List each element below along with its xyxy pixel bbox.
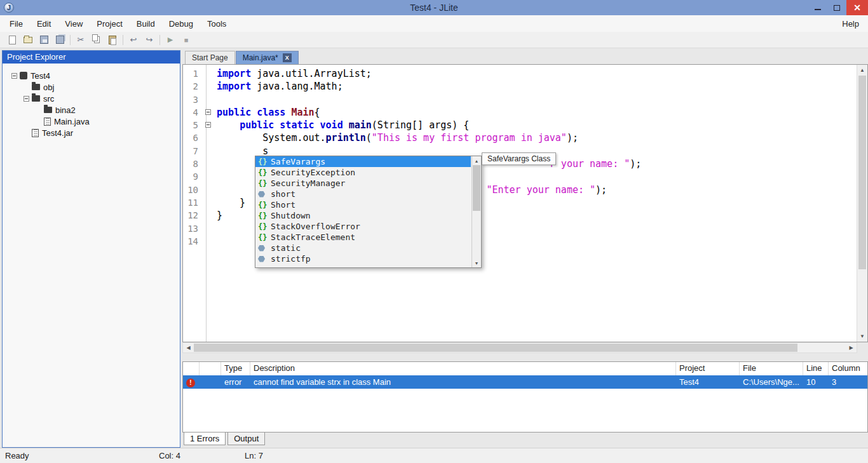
scroll-up-icon[interactable]: ▲ (857, 65, 867, 76)
bottom-tab-1-errors[interactable]: 1 Errors (184, 433, 226, 445)
toolbar-stop-button[interactable]: ■ (180, 34, 192, 46)
menu-item-file[interactable]: File (3, 17, 30, 31)
error-column-header-blank1[interactable] (200, 362, 221, 375)
error-column-header-column[interactable]: Column (829, 362, 865, 375)
autocomplete-item-short[interactable]: {}Short (255, 199, 471, 210)
toolbar-undo-button[interactable]: ↩ (128, 34, 139, 46)
fold-column (202, 145, 215, 158)
autocomplete-item-stacktraceelement[interactable]: {}StackTraceElement (255, 232, 471, 243)
line-number: 6 (183, 131, 202, 144)
menu-item-edit[interactable]: Edit (30, 17, 58, 31)
menu-item-project[interactable]: Project (90, 17, 129, 31)
error-column-header-type[interactable]: Type (221, 362, 250, 375)
code-text (215, 222, 217, 235)
class-icon: {} (258, 158, 268, 166)
toolbar-paste-button[interactable] (107, 34, 118, 46)
tree-item-main-java[interactable]: Main.java (3, 116, 180, 127)
tab-main-java[interactable]: Main.java*X (236, 51, 299, 64)
fold-collapse-icon[interactable] (205, 109, 211, 115)
fold-column (202, 209, 215, 222)
scroll-down-icon[interactable]: ▼ (857, 331, 867, 342)
error-column-header-line[interactable]: Line (803, 362, 829, 375)
error-icon-cell: ! (183, 376, 200, 389)
tree-item-label: obj (43, 83, 54, 92)
tree-item-test4[interactable]: Test4 (3, 70, 180, 81)
toolbar-run-button[interactable]: ▶ (165, 34, 176, 46)
editor-horizontal-scrollbar[interactable]: ◀ ▶ (182, 342, 857, 353)
scroll-left-icon[interactable]: ◀ (183, 343, 194, 352)
vertical-scroll-thumb[interactable] (858, 76, 866, 269)
menu-item-tools[interactable]: Tools (200, 17, 233, 31)
minimize-button[interactable] (808, 0, 827, 15)
tree-item-bina2[interactable]: bina2 (3, 104, 180, 116)
menu-item-build[interactable]: Build (130, 17, 162, 31)
fold-column (202, 158, 215, 170)
autocomplete-scroll-up-icon[interactable]: ▲ (472, 156, 481, 165)
menu-item-debug[interactable]: Debug (162, 17, 200, 31)
toolbar-save-all-button[interactable] (54, 34, 65, 46)
error-column-header-project[interactable]: Project (676, 362, 740, 375)
autocomplete-item-securityexception[interactable]: {}SecurityException (255, 167, 471, 178)
autocomplete-item-shutdown[interactable]: {}Shutdown (255, 210, 471, 221)
autocomplete-item-securitymanager[interactable]: {}SecurityManager (255, 178, 471, 189)
error-cell-blank (200, 381, 221, 384)
status-line-indicator: Ln: 7 (245, 451, 263, 460)
bottom-tab-output[interactable]: Output (227, 433, 265, 445)
code-line: 3 (183, 93, 857, 106)
menu-item-view[interactable]: View (58, 17, 90, 31)
toolbar-open-button[interactable] (22, 34, 34, 46)
error-column-header-blank0[interactable] (183, 362, 200, 375)
autocomplete-scroll-thumb[interactable] (473, 165, 480, 211)
fold-collapse-icon[interactable] (205, 122, 211, 128)
error-column-header-description[interactable]: Description (250, 362, 676, 375)
code-text: import java.util.ArrayList; (215, 67, 372, 80)
autocomplete-item-static[interactable]: static (255, 243, 471, 253)
tree-item-test4-jar[interactable]: Test4.jar (3, 127, 180, 138)
toolbar-new-button[interactable] (6, 34, 18, 46)
collapse-icon[interactable] (24, 96, 29, 102)
error-row[interactable]: !errorcannot find variable strx in class… (183, 375, 867, 389)
autocomplete-item-stackoverflowerror[interactable]: {}StackOverflowError (255, 221, 471, 232)
scroll-right-icon[interactable]: ▶ (846, 343, 857, 352)
close-button[interactable]: ✕ (846, 0, 868, 15)
maximize-button[interactable] (827, 0, 846, 15)
toolbar-save-button[interactable] (38, 34, 50, 46)
editor-region: Start PageMain.java*X 1import java.util.… (180, 50, 868, 448)
error-project: Test4 (676, 376, 740, 388)
fold-column (202, 80, 215, 93)
folder-icon (32, 84, 40, 90)
panel-gap (182, 353, 868, 361)
toolbar-cut-button[interactable]: ✂ (75, 34, 86, 46)
tab-close-icon[interactable]: X (283, 53, 292, 62)
toolbar-copy-button[interactable] (91, 34, 102, 46)
autocomplete-scroll-down-icon[interactable]: ▼ (472, 258, 481, 267)
window-controls: ✕ (808, 0, 868, 15)
toolbar-redo-button[interactable]: ↪ (144, 34, 155, 46)
cut-icon: ✂ (78, 35, 85, 44)
autocomplete-item-safevarargs[interactable]: {}SafeVarargs (255, 156, 471, 167)
autocomplete-scrollbar[interactable]: ▲ ▼ (471, 156, 481, 267)
tree-item-src[interactable]: src (3, 93, 180, 104)
error-column-header-file[interactable]: File (740, 362, 803, 375)
tab-start-page[interactable]: Start Page (185, 51, 235, 64)
error-file: C:\Users\Nge... (740, 376, 803, 388)
collapse-icon[interactable] (11, 73, 17, 79)
autocomplete-label: SafeVarargs (271, 157, 325, 166)
code-line: 4public class Main{ (183, 106, 857, 119)
autocomplete-label: SecurityException (271, 168, 355, 177)
keyword-icon (258, 256, 265, 262)
autocomplete-item-short[interactable]: short (255, 189, 471, 199)
autocomplete-item-strictfp[interactable]: strictfp (255, 253, 471, 264)
toolbar-separator (123, 35, 123, 45)
tree-item-obj[interactable]: obj (3, 81, 180, 93)
editor-vertical-scrollbar[interactable]: ▲ ▼ (857, 65, 867, 342)
main-area: Project Explorer Test4objsrcbina2Main.ja… (0, 48, 868, 448)
bottom-tabs: 1 ErrorsOutput (182, 433, 868, 446)
line-number: 7 (183, 145, 202, 158)
class-icon: {} (258, 179, 268, 188)
horizontal-scroll-thumb[interactable] (194, 344, 797, 352)
code-line: 5 public static void main(String[] args)… (183, 119, 857, 131)
error-panel: TypeDescriptionProjectFileLineColumn !er… (182, 361, 868, 433)
menu-item-help[interactable]: Help (833, 17, 868, 31)
code-text: System.out.println("This is my first pro… (215, 131, 578, 144)
